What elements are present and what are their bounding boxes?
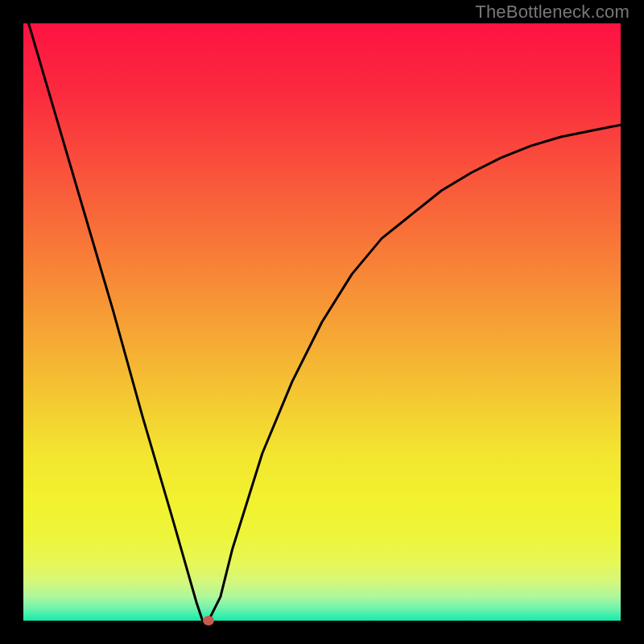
gradient-background: [23, 23, 621, 621]
svg-rect-0: [23, 23, 621, 621]
optimal-point-marker: [203, 616, 214, 625]
watermark-text: TheBottleneck.com: [475, 2, 630, 23]
chart-frame: TheBottleneck.com: [0, 0, 644, 644]
plot-area: [23, 23, 621, 621]
